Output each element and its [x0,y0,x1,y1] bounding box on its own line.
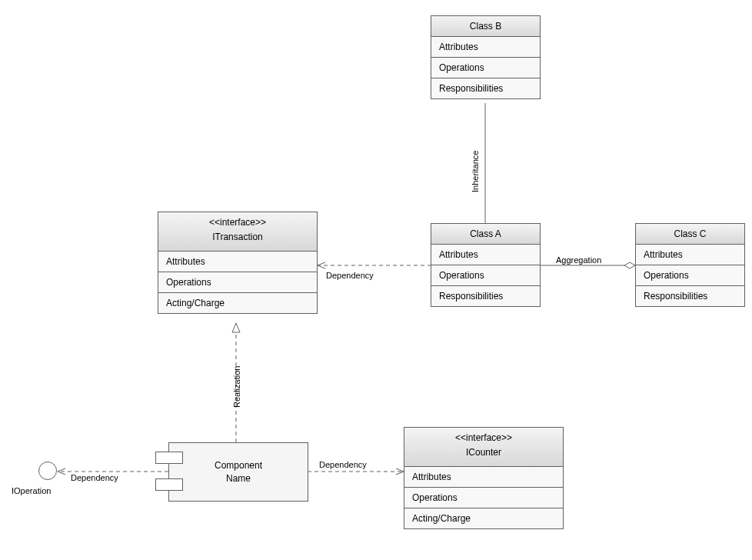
ioperation-label: IOperation [12,486,51,495]
class-b-name: Class B [431,16,540,37]
icounter-name: ICounter [412,445,555,460]
dependency-label-3: Dependency [71,473,118,482]
icounter-box: <<interface>> ICounter Attributes Operat… [404,427,564,529]
component-box: Component Name [168,442,308,502]
icounter-stereotype: <<interface>> [412,431,555,445]
icounter-attributes: Attributes [404,467,563,488]
icounter-operations: Operations [404,488,563,508]
icounter-header: <<interface>> ICounter [404,428,563,467]
class-c-name: Class C [636,224,744,245]
realization-label: Realization [232,366,241,408]
component-tab-bottom [155,478,183,491]
ioperation-circle [38,462,57,480]
icounter-acting: Acting/Charge [404,508,563,528]
class-c-attributes: Attributes [636,245,744,265]
itransaction-attributes: Attributes [158,252,317,272]
class-a-attributes: Attributes [431,245,540,265]
class-a-box: Class A Attributes Operations Responsibi… [431,223,541,307]
itransaction-stereotype: <<interface>> [166,215,309,230]
component-name: Component Name [215,459,262,485]
itransaction-name: ITransaction [166,230,309,245]
itransaction-operations: Operations [158,272,317,293]
itransaction-header: <<interface>> ITransaction [158,212,317,252]
class-b-attributes: Attributes [431,37,540,58]
aggregation-label: Aggregation [556,255,601,265]
dependency-label-1: Dependency [326,271,374,280]
class-b-responsibilities: Responsibilities [431,78,540,98]
class-b-operations: Operations [431,58,540,78]
inheritance-label: Inheritance [471,151,480,192]
class-a-responsibilities: Responsibilities [431,286,540,306]
dependency-label-2: Dependency [319,460,367,469]
class-c-box: Class C Attributes Operations Responsibi… [635,223,745,307]
component-tab-top [155,452,183,464]
class-c-responsibilities: Responsibilities [636,286,744,306]
class-a-operations: Operations [431,265,540,286]
itransaction-acting: Acting/Charge [158,293,317,313]
class-c-operations: Operations [636,265,744,286]
class-a-name: Class A [431,224,540,245]
class-b-box: Class B Attributes Operations Responsibi… [431,15,541,99]
itransaction-box: <<interface>> ITransaction Attributes Op… [158,212,318,314]
